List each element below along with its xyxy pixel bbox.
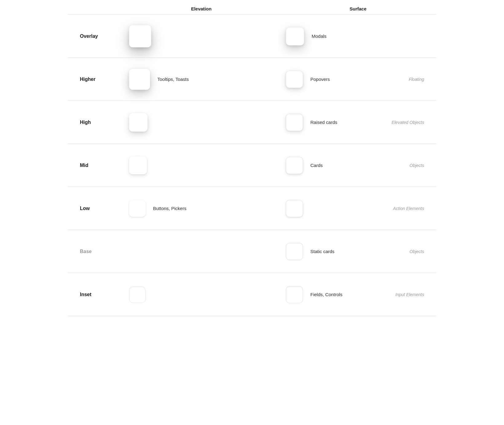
header-elevation: Elevation — [123, 6, 280, 11]
row-label-higher: Higher — [68, 77, 123, 82]
elevation-col-inset — [123, 286, 280, 303]
surface-col-inset: Fields, Controls Input Elements — [280, 286, 436, 303]
surface-text-higher: Popovers — [310, 77, 330, 82]
table-header: Elevation Surface — [68, 0, 436, 15]
tag-base: Objects — [410, 249, 436, 254]
tag-high: Elevated Objects — [392, 120, 436, 125]
table-row: Inset Fields, Controls Input Elements — [68, 273, 436, 316]
surface-col-high: Raised cards Elevated Objects — [280, 114, 436, 131]
surface-text-inset: Fields, Controls — [310, 292, 342, 297]
surface-text-base: Static cards — [310, 249, 334, 254]
table-row: Overlay Modals — [68, 15, 436, 58]
elevation-col-mid — [123, 157, 280, 174]
row-label-low: Low — [68, 206, 123, 211]
surface-swatch-inset — [286, 286, 303, 303]
table-row: Higher Tooltips, Toasts Popovers Floatin… — [68, 58, 436, 101]
surface-col-base: Static cards Objects — [280, 243, 436, 260]
row-label-overlay: Overlay — [68, 34, 123, 39]
tag-mid: Objects — [410, 163, 436, 168]
elevation-swatch-inset — [129, 286, 146, 303]
row-label-base: Base — [68, 249, 123, 254]
elevation-swatch-mid — [129, 157, 147, 174]
elevation-col-high — [123, 113, 280, 132]
table-row: Base Static cards Objects — [68, 230, 436, 273]
tag-low: Action Elements — [393, 206, 436, 211]
surface-swatch-low — [286, 200, 303, 217]
surface-swatch-base — [286, 243, 303, 260]
surface-swatch-mid — [286, 157, 303, 174]
surface-col-overlay: Modals — [280, 27, 436, 46]
header-label-col — [68, 6, 123, 11]
surface-swatch-higher — [286, 71, 303, 88]
elevation-text-low: Buttons, Pickers — [153, 206, 186, 211]
row-label-mid: Mid — [68, 163, 123, 168]
elevation-col-overlay — [123, 25, 280, 47]
surface-swatch-high — [286, 114, 303, 131]
elevation-swatch-overlay — [129, 25, 151, 47]
tag-inset: Input Elements — [396, 292, 436, 297]
table-row: Mid Cards Objects — [68, 144, 436, 187]
elevation-swatch-low — [129, 200, 146, 217]
elevation-col-low: Buttons, Pickers — [123, 200, 280, 217]
tag-higher: Floating — [409, 77, 436, 82]
table-row: High Raised cards Elevated Objects — [68, 101, 436, 144]
elevation-swatch-higher — [129, 69, 150, 90]
elevation-col-higher: Tooltips, Toasts — [123, 69, 280, 90]
elevation-text-higher: Tooltips, Toasts — [157, 77, 189, 82]
surface-col-mid: Cards Objects — [280, 157, 436, 174]
row-label-inset: Inset — [68, 292, 123, 297]
header-surface: Surface — [280, 6, 436, 11]
surface-col-low: Action Elements — [280, 200, 436, 217]
surface-swatch-overlay — [286, 27, 304, 46]
elevation-swatch-high — [129, 113, 148, 132]
surface-text-mid: Cards — [310, 163, 323, 168]
surface-text-high: Raised cards — [310, 120, 337, 125]
table-row: Low Buttons, Pickers Action Elements — [68, 187, 436, 230]
surface-col-higher: Popovers Floating — [280, 71, 436, 88]
row-label-high: High — [68, 120, 123, 125]
surface-text-overlay: Modals — [312, 34, 326, 39]
